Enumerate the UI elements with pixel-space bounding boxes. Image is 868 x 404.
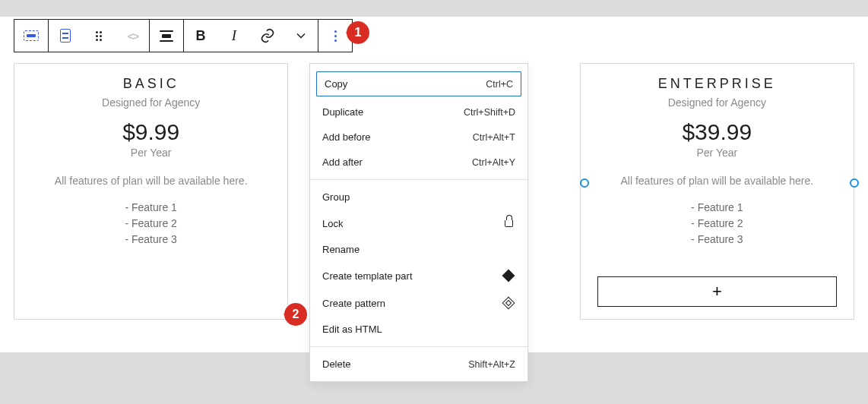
drag-dots-icon [96, 31, 102, 41]
align-icon [160, 30, 173, 42]
plan-description: All features of plan will be available h… [597, 174, 837, 189]
menu-item-shortcut: Ctrl+Shift+D [464, 107, 515, 118]
plan-feature: - Feature 2 [597, 216, 837, 232]
move-arrows-button[interactable]: < > [116, 20, 149, 52]
menu-item-label: Duplicate [322, 106, 363, 118]
menu-item-label: Rename [322, 244, 360, 255]
plan-price: $39.99 [597, 119, 837, 145]
menu-item-edit-as-html[interactable]: Edit as HTML [310, 317, 527, 342]
block-options-menu: Copy Ctrl+C Duplicate Ctrl+Shift+D Add b… [309, 63, 528, 382]
menu-item-label: Group [322, 191, 350, 203]
menu-item-label: Lock [322, 218, 343, 229]
plan-subtitle: Designed for Agency [31, 96, 271, 109]
pricing-card-basic[interactable]: BASIC Designed for Agency $9.99 Per Year… [14, 63, 288, 320]
menu-item-shortcut: Ctrl+Alt+Y [472, 157, 515, 168]
menu-item-shortcut: Ctrl+Alt+T [473, 132, 515, 143]
container-icon [24, 30, 39, 41]
menu-item-rename[interactable]: Rename [310, 237, 527, 262]
plan-subtitle: Designed for Agency [597, 96, 837, 109]
plan-feature: - Feature 1 [597, 200, 837, 216]
plan-price: $9.99 [31, 119, 271, 145]
plan-name: ENTERPRISE [597, 76, 837, 92]
menu-item-add-after[interactable]: Add after Ctrl+Alt+Y [310, 150, 527, 175]
menu-item-copy[interactable]: Copy Ctrl+C [316, 71, 521, 96]
stack-icon [60, 29, 71, 43]
link-button[interactable] [251, 20, 284, 52]
plan-period: Per Year [31, 147, 271, 159]
menu-item-shortcut: Shift+Alt+Z [468, 359, 515, 370]
menu-item-create-template-part[interactable]: Create template part [310, 262, 527, 289]
italic-button[interactable]: I [217, 20, 251, 52]
menu-item-add-before[interactable]: Add before Ctrl+Alt+T [310, 125, 527, 150]
plan-feature: - Feature 3 [597, 232, 837, 248]
menu-item-label: Edit as HTML [322, 324, 382, 335]
diamond-solid-icon [502, 269, 515, 282]
menu-item-create-pattern[interactable]: Create pattern [310, 289, 527, 317]
step-badge-1: 1 [347, 21, 369, 44]
plan-period: Per Year [597, 147, 837, 159]
step-badge-2: 2 [284, 303, 307, 326]
menu-item-group[interactable]: Group [310, 185, 527, 210]
menu-item-label: Create pattern [322, 298, 385, 309]
menu-item-label: Copy [325, 78, 347, 90]
lock-icon [502, 216, 515, 230]
plan-feature: - Feature 1 [31, 200, 271, 216]
plan-feature: - Feature 3 [31, 232, 271, 248]
bold-button[interactable]: B [184, 20, 217, 52]
more-rich-text-button[interactable] [284, 20, 318, 52]
menu-item-label: Add before [322, 131, 371, 143]
diamond-outline-icon [502, 296, 515, 310]
link-icon [259, 27, 276, 44]
editor-top-strip [0, 0, 868, 17]
menu-item-lock[interactable]: Lock [310, 210, 527, 237]
menu-item-label: Add after [322, 156, 363, 168]
chevron-down-icon [293, 28, 309, 43]
select-container-button[interactable] [14, 20, 48, 52]
drag-handle[interactable] [82, 20, 116, 52]
pricing-card-enterprise[interactable]: ENTERPRISE Designed for Agency $39.99 Pe… [580, 63, 854, 320]
align-button[interactable] [150, 20, 183, 52]
plan-feature: - Feature 2 [31, 216, 271, 232]
selection-handle-right[interactable] [580, 178, 589, 188]
menu-item-delete[interactable]: Delete Shift+Alt+Z [310, 352, 527, 377]
stack-block-button[interactable] [49, 20, 82, 52]
more-vertical-icon [334, 30, 337, 42]
add-block-button[interactable]: + [597, 276, 837, 307]
menu-item-label: Delete [322, 358, 351, 370]
plan-description: All features of plan will be available h… [31, 174, 271, 189]
menu-item-duplicate[interactable]: Duplicate Ctrl+Shift+D [310, 99, 527, 125]
menu-item-shortcut: Ctrl+C [486, 79, 513, 90]
block-toolbar: < > B I [14, 19, 353, 52]
selection-handle-outer[interactable] [850, 178, 859, 188]
angles-icon: < > [128, 30, 138, 43]
menu-item-label: Create template part [322, 270, 413, 282]
plan-name: BASIC [31, 76, 271, 92]
